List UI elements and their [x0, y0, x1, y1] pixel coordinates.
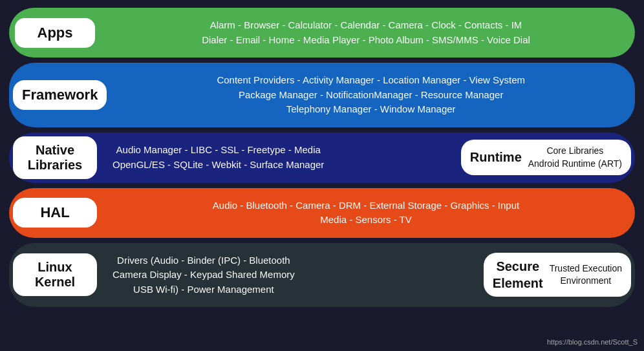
watermark: https://blog.csdn.net/Scott_S	[547, 338, 638, 346]
hal-content: Audio - Bluetooth - Camera - DRM - Exter…	[101, 192, 631, 234]
native-label: Native Libraries	[13, 136, 97, 179]
kernel-pill: Linux Kernel Drivers (Audio - Binder (IP…	[9, 243, 635, 308]
hal-label: HAL	[13, 198, 97, 228]
secure-box: Secure Element Trusted Execution Environ…	[484, 253, 631, 297]
kernel-content: Drivers (Audio - Binder (IPC) - Bluetoot…	[101, 247, 306, 304]
hal-pill: HAL Audio - Bluetooth - Camera - DRM - E…	[9, 188, 635, 238]
apps-row: Apps Alarm - Browser - Calculator - Cale…	[9, 8, 635, 58]
hal-row: HAL Audio - Bluetooth - Camera - DRM - E…	[9, 188, 635, 238]
framework-content: Content Providers - Activity Manager - L…	[111, 67, 631, 123]
runtime-label: Runtime	[470, 150, 522, 165]
apps-content: Alarm - Browser - Calculator - Calendar …	[101, 12, 631, 54]
framework-row: Framework Content Providers - Activity M…	[9, 63, 635, 127]
native-pill: Native Libraries Audio Manager - LIBC - …	[9, 133, 635, 183]
secure-content: Trusted Execution Environment	[550, 262, 622, 288]
secure-label: Secure Element	[493, 258, 543, 292]
runtime-content: Core Libraries Android Runtime (ART)	[528, 145, 622, 170]
framework-pill: Framework Content Providers - Activity M…	[9, 63, 635, 127]
apps-label: Apps	[13, 16, 97, 50]
runtime-box: Runtime Core Libraries Android Runtime (…	[461, 140, 631, 175]
native-row: Native Libraries Audio Manager - LIBC - …	[9, 133, 635, 183]
framework-label: Framework	[13, 80, 107, 110]
kernel-row: Linux Kernel Drivers (Audio - Binder (IP…	[9, 243, 635, 308]
apps-pill: Apps Alarm - Browser - Calculator - Cale…	[9, 8, 635, 58]
kernel-label: Linux Kernel	[13, 253, 97, 296]
native-content: Audio Manager - LIBC - SSL - Freetype - …	[101, 136, 336, 178]
